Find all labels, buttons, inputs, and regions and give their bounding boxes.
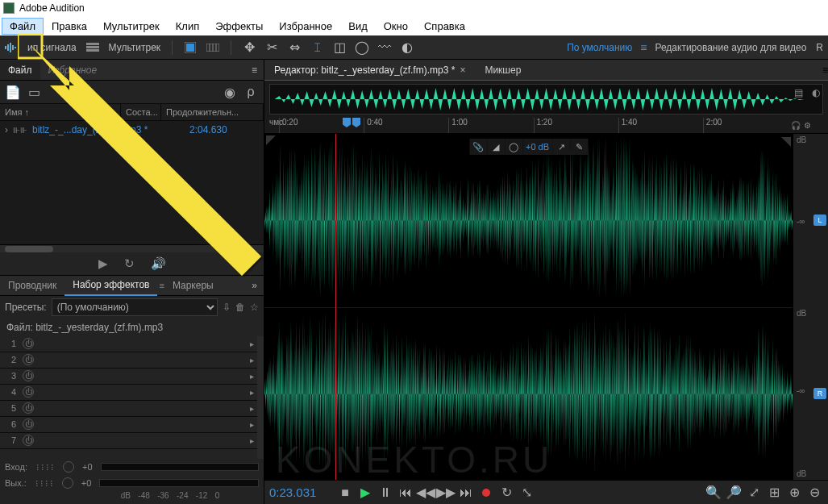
tool-brush-icon[interactable]: 〰 <box>374 39 395 56</box>
tab-editor[interactable]: Редактор: bitlz_-_yesterday_(zf.fm).mp3 … <box>264 60 475 80</box>
multitrack-mode-icon[interactable] <box>82 39 103 56</box>
file-new-icon[interactable]: ▭ <box>26 85 42 99</box>
output-knob[interactable] <box>62 477 73 489</box>
playhead[interactable] <box>335 134 336 480</box>
hud-gain-value[interactable]: +0 dB <box>522 139 552 155</box>
menu-edit[interactable]: Правка <box>44 18 95 35</box>
panel-overflow-icon[interactable]: » <box>245 280 264 291</box>
presets-select[interactable]: (По умолчанию) <box>52 298 218 316</box>
multitrack-mode-label[interactable]: Мультитрек <box>109 42 160 53</box>
amplitude-ruler[interactable]: dB -∞ L dB -∞ dB R <box>793 134 828 480</box>
workspace-more[interactable]: R <box>816 42 823 53</box>
preview-loop-icon[interactable]: ↻ <box>124 256 135 271</box>
hud-pen-icon[interactable]: ✎ <box>570 139 588 155</box>
waveform-mode-label[interactable]: ип сигнала <box>27 42 77 53</box>
tab-files[interactable]: Файл <box>0 60 40 80</box>
tool-move-icon[interactable]: ✥ <box>239 39 260 56</box>
fx-slot[interactable]: ⏻▸ <box>19 369 257 385</box>
menu-view[interactable]: Вид <box>340 18 376 35</box>
workspace-audio-video[interactable]: Редактирование аудио для видео <box>655 42 806 53</box>
settings-icon[interactable]: ⚙ <box>804 121 811 130</box>
power-icon[interactable]: ⏻ <box>23 386 34 398</box>
files-h-scrollbar[interactable] <box>0 244 264 252</box>
menu-clip[interactable]: Клип <box>168 18 207 35</box>
workspace-menu-icon[interactable]: ≡ <box>640 41 647 54</box>
fx-scrollbar[interactable] <box>257 336 264 460</box>
spectral-toggle-icon[interactable]: ▤ <box>791 85 805 100</box>
forward-button[interactable]: ▶▶ <box>437 485 455 501</box>
channel-right[interactable] <box>264 307 793 481</box>
menu-effects[interactable]: Эффекты <box>207 18 271 35</box>
input-knob[interactable] <box>63 461 74 473</box>
next-button[interactable]: ⏭ <box>457 485 475 501</box>
zoom-in-v-icon[interactable]: ⊕ <box>785 485 803 501</box>
time-ruler[interactable]: чмс 0:20 0:40 1:00 1:20 1:40 2:00 🎧 ⚙ <box>264 118 828 134</box>
tab-mixer[interactable]: Микшер <box>475 60 531 80</box>
tool-spectral-icon[interactable] <box>180 39 201 56</box>
fx-slot[interactable]: ⏻▸ <box>19 336 257 352</box>
tab-effects-rack[interactable]: Набор эффектов <box>64 275 157 296</box>
tab-favorites[interactable]: Избранное <box>40 60 106 80</box>
menu-multitrack[interactable]: Мультитрек <box>95 18 168 35</box>
fx-slot[interactable]: ⏻▸ <box>19 433 257 449</box>
preview-autoplay-icon[interactable]: 🔊 <box>151 256 166 271</box>
power-icon[interactable]: ⏻ <box>23 419 34 430</box>
hud-adjust-icon[interactable]: ↗ <box>552 139 570 155</box>
rack-menu-icon[interactable]: ≡ <box>157 281 164 290</box>
time-display[interactable]: 0:23.031 <box>269 485 326 499</box>
waveform-mode-icon[interactable] <box>1 39 22 56</box>
waveform-editor[interactable]: 📎 ◢ ◯ +0 dB ↗ ✎ <box>264 134 828 480</box>
hud-meter-icon[interactable]: ◢ <box>487 139 505 155</box>
menu-favorites[interactable]: Избранное <box>271 18 340 35</box>
menu-file[interactable]: Файл <box>2 18 44 35</box>
tool-slip-icon[interactable]: ⇔ <box>284 39 305 56</box>
preset-delete-icon[interactable]: 🗑 <box>235 302 245 313</box>
expand-icon[interactable]: › <box>5 124 8 135</box>
fx-slot[interactable]: ⏻▸ <box>19 417 257 433</box>
power-icon[interactable]: ⏻ <box>23 402 34 414</box>
prev-button[interactable]: ⏮ <box>397 485 414 501</box>
file-row[interactable]: › ⊪⊪ bitlz_-_...day_(zf.fm).mp3 * 2:04.6… <box>0 121 264 139</box>
playhead-marker[interactable] <box>342 118 361 129</box>
tool-marquee-icon[interactable]: ◫ <box>329 39 350 56</box>
workspace-default[interactable]: По умолчанию <box>567 42 632 53</box>
overview-waveform[interactable] <box>269 84 823 115</box>
fx-slot[interactable]: ⏻▸ <box>19 401 257 417</box>
zoom-in-icon[interactable]: 🔍 <box>705 485 722 501</box>
pitch-toggle-icon[interactable]: ◐ <box>809 85 823 100</box>
power-icon[interactable]: ⏻ <box>23 370 34 381</box>
hud-pin-icon[interactable]: 📎 <box>469 139 487 155</box>
menu-window[interactable]: Окно <box>376 18 416 35</box>
tab-markers[interactable]: Маркеры <box>164 276 222 295</box>
record-button[interactable] <box>477 485 495 501</box>
channel-r-badge[interactable]: R <box>813 388 826 399</box>
hud-knob-icon[interactable]: ◯ <box>505 139 522 155</box>
tool-lasso-icon[interactable]: ◯ <box>352 39 372 56</box>
zoom-out-v-icon[interactable]: ⊖ <box>805 485 823 501</box>
panel-menu-icon[interactable]: ≡ <box>245 65 264 76</box>
loop-button[interactable]: ↻ <box>497 485 515 501</box>
power-icon[interactable]: ⏻ <box>23 435 34 446</box>
tool-hud-icon[interactable] <box>202 39 223 56</box>
file-search-icon[interactable]: ρ <box>243 85 259 99</box>
channel-left[interactable] <box>264 134 793 307</box>
col-name[interactable]: Имя ↑ <box>0 104 121 120</box>
zoom-sel-icon[interactable]: ⊞ <box>765 485 783 501</box>
channel-l-badge[interactable]: L <box>813 215 826 226</box>
preset-save-icon[interactable]: ⇩ <box>223 302 231 313</box>
pause-button[interactable]: ⏸ <box>377 485 394 501</box>
file-cd-icon[interactable]: ◉ <box>222 85 238 99</box>
zoom-full-icon[interactable]: ⤢ <box>745 485 763 501</box>
col-state[interactable]: Соста... <box>121 104 161 120</box>
editor-menu-icon[interactable]: ≡ <box>822 65 828 76</box>
fx-slot[interactable]: ⏻▸ <box>19 352 257 369</box>
col-duration[interactable]: Продолжительн... <box>161 104 264 120</box>
skip-selection-button[interactable]: ⤡ <box>518 485 535 501</box>
stop-button[interactable]: ■ <box>336 485 354 501</box>
tab-explorer[interactable]: Проводник <box>0 276 64 295</box>
slot-arrow-icon[interactable]: ▸ <box>250 339 254 348</box>
file-open-icon[interactable]: 📄 <box>5 85 21 99</box>
tool-razor-icon[interactable]: ✂ <box>261 39 282 56</box>
power-icon[interactable]: ⏻ <box>23 354 34 365</box>
channel-link-icon[interactable]: 🎧 <box>791 121 801 130</box>
